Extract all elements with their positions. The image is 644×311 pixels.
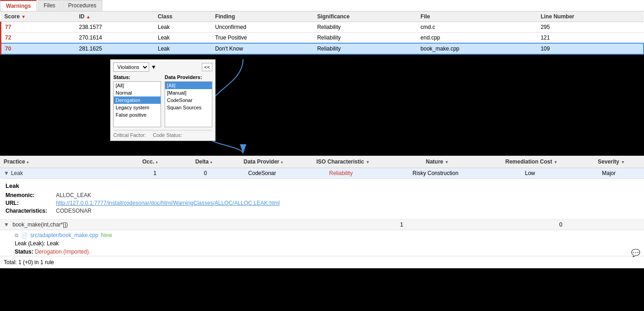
cell-line: 295 bbox=[537, 22, 644, 33]
col-header-file[interactable]: File bbox=[417, 11, 537, 22]
expand-sub-icon[interactable]: ▼ bbox=[4, 221, 9, 228]
data-provider-list[interactable]: [All] [Manual] CodeSonar Squan Sources bbox=[165, 81, 212, 127]
cell-id: 281.1625 bbox=[75, 43, 154, 54]
provider-item-manual[interactable]: [Manual] bbox=[165, 89, 212, 96]
leak-nature-cell: Risky Construction bbox=[388, 170, 483, 176]
col-header-score[interactable]: Score ▼ bbox=[1, 11, 76, 22]
file-new-badge: New bbox=[101, 232, 112, 238]
sort-desc-icon: ▼ bbox=[621, 160, 625, 164]
cell-line: 109 bbox=[537, 43, 644, 54]
bottom-col-practice[interactable]: Practice ♦ bbox=[0, 156, 123, 168]
cell-id: 238.1577 bbox=[75, 22, 154, 33]
bottom-section: Practice ♦ Occ. ♦ Delta ♦ Data Provider … bbox=[0, 156, 644, 268]
sort-desc-icon: ▼ bbox=[554, 160, 558, 164]
tab-files[interactable]: Files bbox=[38, 0, 61, 11]
cell-line: 121 bbox=[537, 33, 644, 44]
col-header-line[interactable]: Line Number bbox=[537, 11, 644, 22]
bottom-col-delta[interactable]: Delta ♦ bbox=[177, 156, 231, 168]
leak-summary-row[interactable]: ▼ Leak 1 0 CodeSonar Reliability Risky C… bbox=[0, 168, 644, 179]
bottom-table-header: Practice ♦ Occ. ♦ Delta ♦ Data Provider … bbox=[0, 156, 644, 168]
critical-factor-label: Critical Factor: bbox=[113, 132, 146, 138]
code-status-label: Code Status: bbox=[153, 132, 182, 138]
tab-bar: Warnings Files Procedures bbox=[0, 0, 644, 11]
table-header-row: Score ▼ ID ▲ Class Finding Significance bbox=[1, 11, 644, 22]
file-icon: 📄 bbox=[21, 232, 28, 238]
bottom-col-occ[interactable]: Occ. ♦ bbox=[123, 156, 177, 168]
status-item-false[interactable]: False positive bbox=[114, 111, 161, 119]
cell-score: 70 bbox=[1, 43, 76, 54]
comment-icon[interactable]: 💬 bbox=[631, 249, 640, 257]
status-column: Status: [All] Normal Derogation Legacy s… bbox=[113, 74, 161, 127]
top-section: Warnings Files Procedures Score ▼ ID ▲ C… bbox=[0, 0, 644, 55]
sub-func-cell: ▼ book_make(int,char*[]) bbox=[4, 221, 322, 228]
cell-significance: Reliability bbox=[313, 22, 416, 33]
cell-file: book_make.cpp bbox=[417, 43, 537, 54]
status-item-all[interactable]: [All] bbox=[114, 82, 161, 89]
popup-title-area: Violations ▼ bbox=[113, 62, 156, 72]
table-row[interactable]: 72 270.1614 Leak True Positive Reliabili… bbox=[1, 33, 644, 44]
mnemonic-label: Mnemonic: bbox=[6, 192, 56, 198]
bottom-col-severity[interactable]: Severity ▼ bbox=[579, 156, 644, 168]
file-link[interactable]: src/adapter/book_make.cpp bbox=[30, 232, 98, 238]
sort-desc-icon: ▼ bbox=[366, 160, 370, 164]
sort-desc-icon: ▼ bbox=[445, 160, 449, 164]
leak-occ-cell: 1 bbox=[130, 170, 180, 176]
col-header-significance[interactable]: Significance bbox=[313, 11, 416, 22]
provider-item-squan[interactable]: Squan Sources bbox=[165, 104, 212, 111]
data-providers-label: Data Providers: bbox=[165, 74, 212, 80]
collapse-btn[interactable]: << bbox=[202, 63, 212, 71]
cell-finding: True Positive bbox=[211, 33, 314, 44]
sort-asc-icon: ♦ bbox=[281, 160, 283, 164]
status-list[interactable]: [All] Normal Derogation Legacy system Fa… bbox=[113, 81, 161, 127]
cell-class: Leak bbox=[154, 22, 211, 33]
sort-asc-icon: ♦ bbox=[156, 160, 158, 164]
bottom-col-nature[interactable]: Nature ▼ bbox=[390, 156, 485, 168]
bottom-col-remediation[interactable]: Remediation Cost ▼ bbox=[484, 156, 579, 168]
sub-occ-cell: 1 bbox=[322, 221, 481, 228]
expand-icon[interactable]: ▼ bbox=[4, 170, 9, 176]
table-row[interactable]: 77 238.1577 Leak Unconfirmed Reliability… bbox=[1, 22, 644, 33]
url-link[interactable]: http://127.0.0.1:7777/install/codesonar/… bbox=[56, 200, 280, 206]
sort-desc-icon: ▼ bbox=[21, 14, 26, 19]
tab-procedures[interactable]: Procedures bbox=[62, 0, 102, 11]
cell-id: 270.1614 bbox=[75, 33, 154, 44]
status-label: Status: bbox=[113, 74, 161, 80]
sub-function-row[interactable]: ▼ book_make(int,char*[]) 1 0 bbox=[0, 220, 644, 230]
total-row: Total: 1 (+0) in 1 rule bbox=[0, 256, 644, 268]
url-row: URL: http://127.0.0.1:7777/install/codes… bbox=[6, 200, 638, 206]
violations-select[interactable]: Violations bbox=[113, 62, 149, 72]
leak-iso-cell: Reliability bbox=[294, 170, 388, 176]
status-value: Derogation (Imported). bbox=[35, 249, 90, 255]
col-header-id[interactable]: ID ▲ bbox=[75, 11, 154, 22]
tab-warnings[interactable]: Warnings bbox=[0, 0, 37, 11]
sort-asc-icon: ♦ bbox=[210, 160, 212, 164]
bottom-col-iso[interactable]: ISO Characteristic ▼ bbox=[296, 156, 390, 168]
provider-item-all[interactable]: [All] bbox=[165, 82, 212, 89]
leak-provider-cell: CodeSonar bbox=[231, 170, 294, 176]
cell-significance: Reliability bbox=[313, 43, 416, 54]
sort-asc-icon: ▲ bbox=[86, 14, 91, 19]
sub-delta-cell: 0 bbox=[481, 221, 640, 228]
detail-title: Leak bbox=[6, 182, 638, 189]
cell-score: 77 bbox=[1, 22, 76, 33]
status-item-legacy[interactable]: Legacy system bbox=[114, 104, 161, 111]
mnemonic-row: Mnemonic: ALLOC_LEAK bbox=[6, 192, 638, 198]
col-header-class[interactable]: Class bbox=[154, 11, 211, 22]
leak-name-cell: ▼ Leak bbox=[4, 170, 130, 176]
cell-finding: Don't Know bbox=[211, 43, 314, 54]
cell-file: end.cpp bbox=[417, 33, 537, 44]
table-row-selected[interactable]: 70 281.1625 Leak Don't Know Reliability … bbox=[1, 43, 644, 54]
status-label: Status: bbox=[15, 249, 33, 255]
violations-popup: Violations ▼ << Status: [All] Normal Der… bbox=[110, 59, 216, 141]
status-item-derogation[interactable]: Derogation bbox=[114, 96, 161, 104]
chars-label: Characteristics: bbox=[6, 208, 56, 214]
mnemonic-value: ALLOC_LEAK bbox=[56, 192, 91, 198]
status-item-normal[interactable]: Normal bbox=[114, 89, 161, 96]
col-header-finding[interactable]: Finding bbox=[211, 11, 314, 22]
external-link-icon[interactable]: ⧉ bbox=[15, 232, 18, 238]
middle-section: Violations ▼ << Status: [All] Normal Der… bbox=[0, 55, 644, 156]
provider-item-codesonar[interactable]: CodeSonar bbox=[165, 96, 212, 104]
arrows-overlay bbox=[0, 55, 644, 156]
bottom-col-provider[interactable]: Data Provider ♦ bbox=[231, 156, 296, 168]
sort-asc-icon: ♦ bbox=[27, 160, 29, 164]
